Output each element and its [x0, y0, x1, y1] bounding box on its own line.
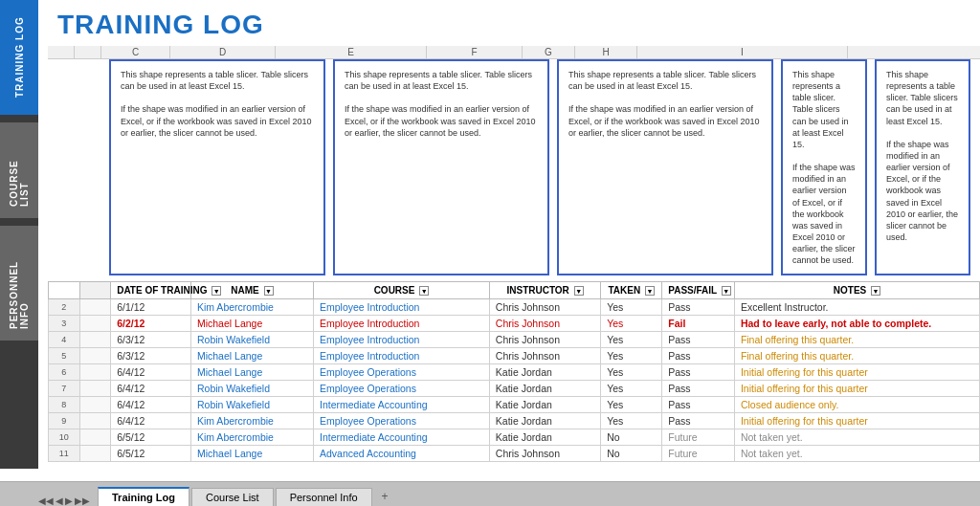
row-number: 2	[49, 299, 80, 316]
cell-notes: Final offering this quarter.	[734, 348, 979, 364]
col-b-cell	[79, 348, 111, 364]
row-number: 3	[49, 316, 80, 332]
cell-name: Michael Lange	[190, 316, 313, 332]
col-b-cell	[79, 429, 111, 446]
cell-instructor: Katie Jordan	[489, 381, 600, 397]
sidebar-tab-course[interactable]: COURSE LIST	[0, 122, 38, 218]
col-letter-c: C	[101, 46, 170, 58]
col-header-taken[interactable]: TAKEN ▼	[601, 282, 662, 299]
table-row: 36/2/12Michael LangeEmployee Introductio…	[49, 316, 980, 332]
filter-name-icon[interactable]: ▼	[264, 286, 274, 296]
filter-instructor-icon[interactable]: ▼	[574, 286, 584, 296]
col-letter-f: F	[427, 46, 523, 58]
column-letters-header: C D E F G H I	[48, 46, 980, 59]
cell-date: 6/3/12	[111, 332, 191, 348]
col-header-instructor[interactable]: INSTRUCTOR ▼	[489, 282, 600, 299]
col-b-header	[79, 282, 111, 299]
col-header-date[interactable]: DATE OF TRAINING ▼	[111, 282, 191, 299]
cell-notes: Not taken yet.	[734, 429, 979, 446]
slicer-2: This shape represents a table slicer. Ta…	[333, 59, 549, 275]
cell-passfail: Pass	[662, 397, 735, 413]
cell-course: Employee Operations	[313, 364, 489, 381]
cell-notes: Closed audience only.	[734, 397, 979, 413]
slicer-1: This shape represents a table slicer. Ta…	[109, 59, 325, 275]
tab-scroll-right[interactable]: ▶▶	[75, 495, 90, 506]
slicer-3: This shape represents a table slicer. Ta…	[557, 59, 773, 275]
cell-course: Intermediate Accounting	[313, 429, 489, 446]
cell-course: Employee Introduction	[313, 316, 489, 332]
sidebar: TRAINING LOG COURSE LIST PERSONNEL INFO	[0, 0, 38, 469]
col-b-cell	[79, 397, 111, 413]
sidebar-tab-training[interactable]: TRAINING LOG	[0, 0, 38, 115]
table-row: 76/4/12Robin WakefieldEmployee Operation…	[49, 381, 980, 397]
row-number: 10	[49, 429, 80, 446]
cell-course: Employee Introduction	[313, 332, 489, 348]
table-row: 116/5/12Michael LangeAdvanced Accounting…	[49, 446, 980, 462]
main-content: TRAINING LOG C D E F G H I This shape re…	[38, 0, 980, 506]
cell-course: Employee Introduction	[313, 299, 489, 316]
cell-course: Advanced Accounting	[313, 446, 489, 462]
table-header-row: DATE OF TRAINING ▼ NAME ▼ COURSE ▼ INS	[49, 282, 980, 299]
table-row: 106/5/12Kim AbercrombieIntermediate Acco…	[49, 429, 980, 446]
cell-name: Michael Lange	[190, 446, 313, 462]
col-letter-i: I	[637, 46, 848, 58]
cell-name: Kim Abercrombie	[190, 299, 313, 316]
cell-instructor: Chris Johnson	[489, 332, 600, 348]
cell-taken: Yes	[601, 299, 662, 316]
col-b-cell	[79, 364, 111, 381]
cell-notes: Final offering this quarter.	[734, 332, 979, 348]
col-b-cell	[79, 332, 111, 348]
cell-name: Michael Lange	[190, 348, 313, 364]
cell-passfail: Pass	[662, 299, 735, 316]
cell-notes: Had to leave early, not able to complete…	[734, 316, 979, 332]
cell-course: Intermediate Accounting	[313, 397, 489, 413]
cell-instructor: Chris Johnson	[489, 299, 600, 316]
cell-taken: Yes	[601, 381, 662, 397]
filter-course-icon[interactable]: ▼	[419, 286, 429, 296]
tab-training-log[interactable]: Training Log	[98, 487, 189, 506]
filter-passfail-icon[interactable]: ▼	[722, 286, 731, 296]
sidebar-tab-personnel[interactable]: PERSONNEL INFO	[0, 226, 38, 341]
col-header-course[interactable]: COURSE ▼	[313, 282, 489, 299]
table-row: 26/1/12Kim AbercrombieEmployee Introduct…	[49, 299, 980, 316]
page-title: TRAINING LOG	[57, 10, 961, 40]
cell-taken: Yes	[601, 397, 662, 413]
cell-name: Kim Abercrombie	[190, 429, 313, 446]
col-b-cell	[79, 381, 111, 397]
spreadsheet: DATE OF TRAINING ▼ NAME ▼ COURSE ▼ INS	[48, 281, 980, 462]
tab-personnel-info[interactable]: Personnel Info	[276, 488, 372, 506]
filter-taken-icon[interactable]: ▼	[645, 286, 655, 296]
cell-instructor: Katie Jordan	[489, 429, 600, 446]
tab-course-list[interactable]: Course List	[191, 488, 274, 506]
cell-instructor: Katie Jordan	[489, 364, 600, 381]
cell-passfail: Future	[662, 429, 735, 446]
table-row: 46/3/12Robin WakefieldEmployee Introduct…	[49, 332, 980, 348]
cell-date: 6/4/12	[111, 397, 191, 413]
row-num-header	[49, 282, 80, 299]
slicer-4: This shape represents a table slicer. Ta…	[781, 59, 867, 275]
cell-course: Employee Introduction	[313, 348, 489, 364]
table-row: 96/4/12Kim AbercrombieEmployee Operation…	[49, 413, 980, 429]
cell-taken: Yes	[601, 364, 662, 381]
tab-scroll-prev[interactable]: ◀	[56, 495, 63, 506]
table-row: 86/4/12Robin WakefieldIntermediate Accou…	[49, 397, 980, 413]
title-area: TRAINING LOG	[38, 0, 980, 46]
cell-passfail: Pass	[662, 381, 735, 397]
filter-date-icon[interactable]: ▼	[212, 286, 221, 296]
col-header-notes[interactable]: NOTES ▼	[734, 282, 979, 299]
col-header-passfail[interactable]: PASS/FAIL ▼	[662, 282, 735, 299]
row-number: 4	[49, 332, 80, 348]
tab-scroll-left[interactable]: ◀◀	[38, 495, 54, 506]
cell-date: 6/2/12	[111, 316, 191, 332]
cell-date: 6/4/12	[111, 364, 191, 381]
cell-date: 6/5/12	[111, 429, 191, 446]
add-sheet-button[interactable]: +	[374, 487, 396, 506]
cell-taken: Yes	[601, 316, 662, 332]
filter-notes-icon[interactable]: ▼	[871, 286, 880, 296]
col-letter-g: G	[523, 46, 575, 58]
cell-instructor: Chris Johnson	[489, 316, 600, 332]
col-letter-h: H	[575, 46, 637, 58]
cell-taken: No	[601, 429, 662, 446]
tab-scroll-next[interactable]: ▶	[65, 495, 73, 506]
cell-date: 6/5/12	[111, 446, 191, 462]
